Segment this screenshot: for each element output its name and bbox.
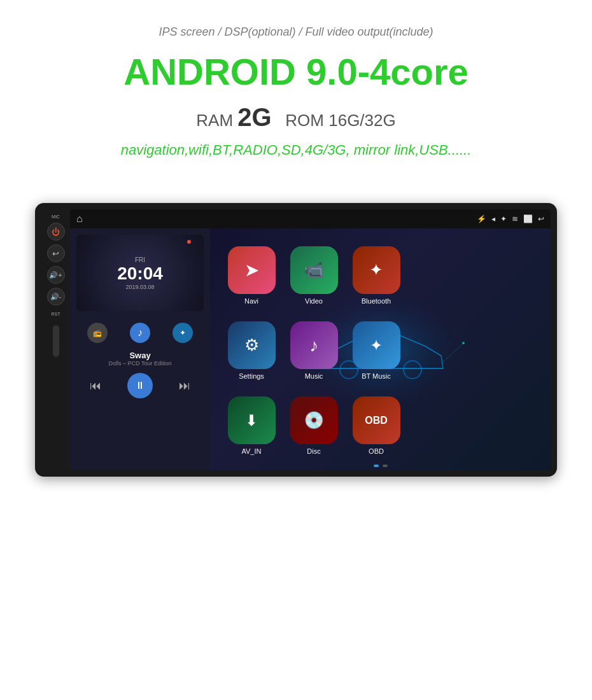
app-icon-av-in[interactable]: ⬇ AV_IN bbox=[223, 385, 280, 455]
back-status-icon: ↩ bbox=[538, 214, 544, 223]
song-subtitle: Dolls – PCD Tour Edition bbox=[76, 360, 204, 367]
navigation-icon: ◂ bbox=[491, 214, 495, 223]
app-grid: ➤ Navi 📹 Video ✦ bbox=[210, 228, 551, 461]
device-wrapper: MIC ⏻ ↩ 🔊+ 🔊- RST ⌂ ⚡ ◂ ✦ ≋ ⬜ ↩ bbox=[25, 203, 567, 477]
rst-label: RST bbox=[52, 312, 60, 316]
music-label: Music bbox=[305, 372, 323, 380]
music-day: FRI bbox=[117, 256, 163, 263]
volume-up-button[interactable]: 🔊+ bbox=[47, 266, 65, 284]
music-date: 2019.03.08 bbox=[117, 284, 163, 290]
av-in-label: AV_IN bbox=[242, 447, 262, 455]
navi-label: Navi bbox=[244, 297, 258, 305]
music-panel: FRI 20:04 2019.03.08 📻 ♪ ✦ Sway Dolls – … bbox=[70, 228, 210, 470]
subtitle-text: IPS screen / DSP(optional) / Full video … bbox=[13, 25, 579, 39]
rom-label: ROM bbox=[285, 111, 324, 130]
disc-icon: 💿 bbox=[304, 410, 324, 430]
disc-icon-box: 💿 bbox=[290, 396, 338, 444]
obd-icon: OBD bbox=[365, 415, 388, 426]
bluetooth-icon: ✦ bbox=[369, 260, 383, 280]
navi-icon-box: ➤ bbox=[228, 246, 276, 294]
app-icon-settings[interactable]: ⚙ Settings bbox=[223, 310, 280, 380]
app-icon-bt-music[interactable]: ✦ BT Music bbox=[348, 310, 405, 380]
usb-icon: ⚡ bbox=[477, 214, 486, 223]
play-pause-button[interactable]: ⏸ bbox=[127, 373, 153, 398]
main-screen: ⌂ ⚡ ◂ ✦ ≋ ⬜ ↩ FRI bbox=[70, 209, 551, 470]
obd-label: OBD bbox=[369, 447, 384, 455]
bt-music-label: BT Music bbox=[362, 372, 391, 380]
status-icons-group: ⚡ ◂ ✦ ≋ ⬜ ↩ bbox=[477, 214, 544, 223]
status-bar: ⌂ ⚡ ◂ ✦ ≋ ⬜ ↩ bbox=[70, 209, 551, 228]
disc-label: Disc bbox=[307, 447, 320, 455]
mic-label: MIC bbox=[52, 214, 60, 219]
playback-controls: ⏮ ⏸ ⏭ bbox=[76, 373, 204, 398]
music-cover: FRI 20:04 2019.03.08 bbox=[76, 235, 204, 311]
ram-rom-line: RAM 2G ROM 16G/32G bbox=[13, 103, 579, 132]
video-label: Video bbox=[305, 297, 323, 305]
av-in-icon: ⬇ bbox=[245, 412, 258, 430]
navi-icon: ➤ bbox=[244, 260, 259, 281]
ram-label: RAM bbox=[196, 111, 233, 130]
bt-music-icon: ✦ bbox=[370, 337, 383, 354]
app-grid-area: ➤ Navi 📹 Video ✦ bbox=[210, 228, 551, 470]
settings-icon: ⚙ bbox=[244, 335, 259, 355]
window-icon: ⬜ bbox=[523, 214, 533, 223]
bt-button[interactable]: ✦ bbox=[173, 323, 193, 343]
dot-active bbox=[374, 465, 379, 467]
header-section: IPS screen / DSP(optional) / Full video … bbox=[0, 0, 592, 190]
left-sidebar: MIC ⏻ ↩ 🔊+ 🔊- RST bbox=[41, 209, 70, 470]
bluetooth-label: Bluetooth bbox=[362, 297, 391, 305]
main-title: ANDROID 9.0-4core bbox=[13, 50, 579, 93]
bluetooth-status-icon: ✦ bbox=[500, 214, 507, 223]
settings-icon-box: ⚙ bbox=[228, 321, 276, 369]
back-button[interactable]: ↩ bbox=[47, 244, 65, 262]
obd-icon-box: OBD bbox=[353, 396, 400, 444]
wifi-icon: ≋ bbox=[512, 214, 518, 223]
scroll-bar[interactable] bbox=[53, 325, 59, 357]
radio-button[interactable]: 📻 bbox=[87, 323, 108, 343]
app-icon-navi[interactable]: ➤ Navi bbox=[223, 235, 280, 305]
ram-value: 2G bbox=[237, 103, 271, 131]
rom-value: 16G/32G bbox=[328, 111, 396, 130]
app-icon-music[interactable]: ♪ Music bbox=[285, 310, 342, 380]
bt-music-icon-box: ✦ bbox=[353, 321, 400, 369]
app-icon-disc[interactable]: 💿 Disc bbox=[285, 385, 342, 455]
prev-button[interactable]: ⏮ bbox=[90, 379, 101, 393]
music-time-display: FRI 20:04 2019.03.08 bbox=[117, 256, 163, 290]
screen-content: FRI 20:04 2019.03.08 📻 ♪ ✦ Sway Dolls – … bbox=[70, 228, 551, 470]
settings-label: Settings bbox=[239, 372, 264, 380]
music-controls-row: 📻 ♪ ✦ bbox=[76, 323, 204, 343]
music-icon-box: ♪ bbox=[290, 321, 338, 369]
app-icon-obd[interactable]: OBD OBD bbox=[348, 385, 405, 455]
video-icon: 📹 bbox=[304, 260, 324, 280]
music-clock: 20:04 bbox=[117, 263, 163, 284]
music-indicator bbox=[187, 240, 191, 244]
dot-inactive bbox=[383, 465, 388, 467]
music-icon: ♪ bbox=[309, 335, 318, 356]
home-icon[interactable]: ⌂ bbox=[76, 213, 83, 225]
app-icon-video[interactable]: 📹 Video bbox=[285, 235, 342, 305]
bluetooth-icon-box: ✦ bbox=[353, 246, 400, 294]
next-button[interactable]: ⏭ bbox=[179, 379, 190, 393]
av-in-icon-box: ⬇ bbox=[228, 396, 276, 444]
device-frame: MIC ⏻ ↩ 🔊+ 🔊- RST ⌂ ⚡ ◂ ✦ ≋ ⬜ ↩ bbox=[35, 203, 557, 477]
power-button[interactable]: ⏻ bbox=[47, 223, 65, 241]
song-title: Sway bbox=[76, 351, 204, 360]
video-icon-box: 📹 bbox=[290, 246, 338, 294]
volume-down-button[interactable]: 🔊- bbox=[47, 288, 65, 305]
app-icon-bluetooth[interactable]: ✦ Bluetooth bbox=[348, 235, 405, 305]
music-play-button[interactable]: ♪ bbox=[130, 323, 150, 343]
page-dots bbox=[210, 461, 551, 470]
features-text: navigation,wifi,BT,RADIO,SD,4G/3G, mirro… bbox=[13, 142, 579, 158]
